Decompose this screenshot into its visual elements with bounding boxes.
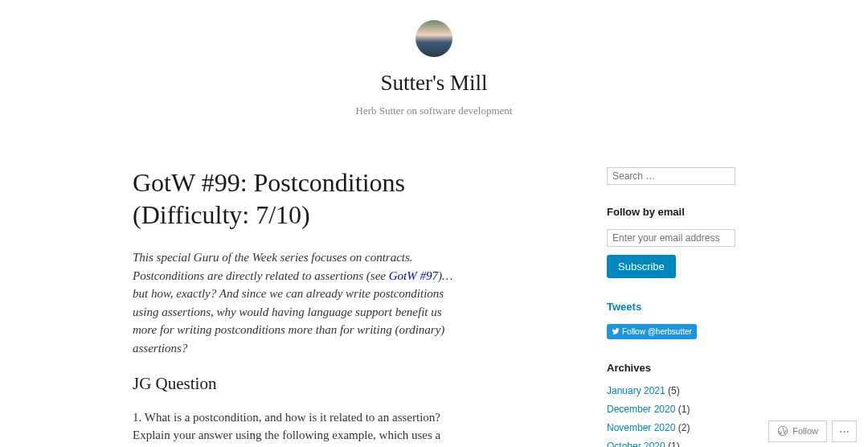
sidebar: Follow by email Subscribe Tweets Follow … bbox=[607, 166, 735, 447]
twitter-icon bbox=[612, 327, 620, 335]
more-button[interactable]: ⋯ bbox=[832, 420, 857, 443]
section-heading: JG Question bbox=[133, 371, 454, 397]
archive-count: (2) bbox=[678, 422, 690, 433]
wordpress-icon bbox=[777, 425, 788, 437]
archive-count: (1) bbox=[668, 441, 680, 447]
search-input[interactable] bbox=[607, 167, 735, 185]
follow-email-heading: Follow by email bbox=[607, 204, 735, 220]
follow-button[interactable]: Follow bbox=[768, 420, 827, 443]
archives-heading: Archives bbox=[607, 360, 735, 376]
question-text: 1. What is a postcondition, and how is i… bbox=[133, 408, 454, 448]
twitter-follow-label: Follow @herbsutter bbox=[622, 326, 692, 338]
archive-count: (5) bbox=[668, 385, 680, 396]
archive-link[interactable]: October 2020 bbox=[607, 441, 665, 447]
site-title[interactable]: Sutter's Mill bbox=[0, 67, 868, 100]
email-field[interactable] bbox=[607, 229, 735, 247]
archive-list: January 2021 (5) December 2020 (1) Novem… bbox=[607, 383, 735, 447]
archive-link[interactable]: December 2020 bbox=[607, 404, 675, 415]
archive-item: December 2020 (1) bbox=[607, 402, 735, 416]
follow-label: Follow bbox=[792, 424, 818, 438]
site-tagline: Herb Sutter on software development bbox=[0, 103, 868, 119]
main-content: GotW #99: Postconditions (Difficulty: 7/… bbox=[133, 166, 470, 447]
archive-link[interactable]: November 2020 bbox=[607, 422, 675, 433]
footer-actions: Follow ⋯ bbox=[768, 420, 857, 443]
post-title: GotW #99: Postconditions (Difficulty: 7/… bbox=[133, 166, 454, 231]
twitter-follow-button[interactable]: Follow @herbsutter bbox=[607, 324, 697, 339]
intro-text-1: This special Guru of the Week series foc… bbox=[133, 251, 413, 282]
archive-item: October 2020 (1) bbox=[607, 439, 735, 447]
site-header: Sutter's Mill Herb Sutter on software de… bbox=[0, 0, 868, 126]
archive-link[interactable]: January 2021 bbox=[607, 385, 665, 396]
archive-item: November 2020 (2) bbox=[607, 420, 735, 435]
avatar[interactable] bbox=[416, 20, 452, 57]
intro-link[interactable]: GotW #97 bbox=[389, 269, 438, 282]
archive-count: (1) bbox=[678, 404, 690, 415]
archive-item: January 2021 (5) bbox=[607, 383, 735, 398]
tweets-heading[interactable]: Tweets bbox=[607, 299, 735, 315]
post-intro: This special Guru of the Week series foc… bbox=[133, 248, 454, 357]
subscribe-button[interactable]: Subscribe bbox=[607, 255, 676, 278]
